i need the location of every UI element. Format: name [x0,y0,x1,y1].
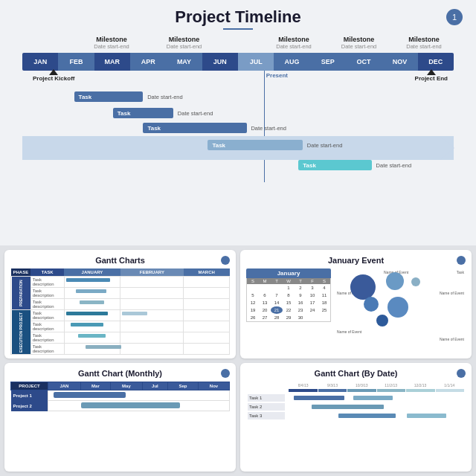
arrow-head-icon [440,136,454,160]
feb-header: FEBRUARY [120,268,184,277]
page-badge: 1 [446,9,463,25]
gantt-monthly-badge [221,369,230,378]
end-label: Project End [415,75,448,82]
page-title: Project Timeline [15,7,461,27]
bubble-3 [411,277,420,286]
month-jun: JUN [202,53,238,71]
table-row: Task description [11,344,230,355]
table-row: PREPARATION Task description [11,277,230,288]
bubble-label-5: Name of Event [337,329,361,334]
table-row: Task 1 [248,394,464,402]
task-bar-3: Task [143,123,246,133]
task-date-4: Date start-end [307,142,343,149]
gantt-mini-table: PHASE TASK JANUARY FEBRUARY MARCH PREPAR… [10,268,230,355]
milestone-1: Milestone Date start-end [82,36,141,50]
month-may: MAY [166,53,202,71]
table-row: Task description [11,321,230,332]
task-bar-4: Task [208,140,303,150]
phase-header: PHASE [11,268,31,277]
jan-header: JANUARY [64,268,120,277]
project-end-marker: Project End [415,69,448,82]
gantt-monthly-title: Gantt Chart (Monthly) [10,369,230,378]
month-nov: NOV [382,53,417,71]
months-bar: JAN FEB MAR APR MAY JUN JUL AUG SEP OCT … [22,53,454,71]
timeline-section: 1 Project Timeline Milestone Date start-… [0,0,476,245]
jan-event-badge [457,256,466,265]
month-sep: SEP [310,53,346,71]
table-row: Task description [11,332,230,344]
table-row: Task description [11,299,230,310]
bubble-4 [364,297,379,312]
timeline-tasks: Project Kickoff Project End Present Task… [22,71,454,182]
task-bar-5: Task [298,160,372,170]
table-row: Project 1 [11,390,230,401]
bubble-label-6: Name of Event [440,337,464,341]
jan-calendar: January S M T W T F S 1 2 3 4 5 [246,268,331,343]
month-dec: DEC [418,53,454,71]
table-row: Task description [11,288,230,299]
gbd-legend [289,389,464,392]
kickoff-arrow-icon [49,69,58,75]
task-date-5: Date start-end [376,162,412,169]
task-bar-1: Task [74,91,144,102]
jan-event-title: January Event [246,256,466,265]
gbd-dates-header: 8/4/13 9/3/13 10/3/13 11/2/13 12/2/13 1/… [289,383,464,387]
present-label: Present [266,72,288,79]
table-row: Task 2 [248,403,464,411]
bubble-5 [387,297,408,318]
bubble-1 [350,274,376,300]
gantt-by-date-badge [457,369,466,378]
task-header: TASK [30,268,64,277]
bubble-label-2: Task [457,270,464,274]
kickoff-label: Project Kickoff [33,75,74,82]
cal-month-header: January [246,268,331,278]
gantt-charts-title: Gantt Charts [10,256,230,265]
month-feb: FEB [58,53,94,71]
milestones-row: Milestone Date start-end Milestone Date … [15,36,461,50]
milestone-5: Milestone Date start-end [394,36,454,50]
month-jul: JUL [238,53,274,71]
task-bar-2: Task [113,108,173,118]
table-row: Task 3 [248,412,464,419]
kickoff-marker: Project Kickoff [33,69,74,82]
gantt-charts-card: Gantt Charts PHASE TASK JANUARY FEBRUARY… [4,250,236,358]
task-date-3: Date start-end [251,125,286,132]
milestone-2: Milestone Date start-end [155,36,214,50]
january-event-card: January Event January S M T W T F S 1 2 [240,250,472,358]
month-oct: OCT [346,53,382,71]
table-row: EXECUTION PROJECT Task description [11,310,230,321]
bubble-chart: Name of Event Task Name of Event Name of… [335,268,466,343]
gantt-charts-badge [221,256,230,265]
gantt-monthly-card: Gantt Chart (Monthly) PROJECT JAN Mar Ma… [4,363,236,472]
jan-event-content: January S M T W T F S 1 2 3 4 5 [246,268,466,343]
table-row: PROJECT JAN Mar May Jul Sep Nov [11,382,230,390]
task-date-2: Date start-end [178,110,213,117]
bubble-label-4: Name of Event [440,291,464,295]
cal-grid: S M T W T F S 1 2 3 4 5 6 7 [246,278,331,322]
gantt-by-date-card: Gantt Chart (By Date) 8/4/13 9/3/13 10/3… [240,363,472,472]
title-underline [223,28,253,30]
gantt-by-date-title: Gantt Chart (By Date) [246,369,466,378]
month-jan: JAN [22,53,58,71]
end-arrow-icon [427,69,436,75]
bottom-grid: Gantt Charts PHASE TASK JANUARY FEBRUARY… [0,245,476,476]
month-apr: APR [130,53,166,71]
month-aug: AUG [274,53,309,71]
task-date-1: Date start-end [147,94,183,100]
gantt-monthly-table: PROJECT JAN Mar May Jul Sep Nov Project … [10,382,230,411]
gbd-content: 8/4/13 9/3/13 10/3/13 11/2/13 12/2/13 1/… [246,382,466,422]
milestone-4: Milestone Date start-end [329,36,389,50]
month-mar: MAR [94,53,130,71]
milestone-3: Milestone Date start-end [264,36,324,50]
mar-header: MARCH [184,268,230,277]
bubble-6 [376,315,388,327]
table-row: Project 2 [11,401,230,411]
bubble-2 [386,272,404,290]
